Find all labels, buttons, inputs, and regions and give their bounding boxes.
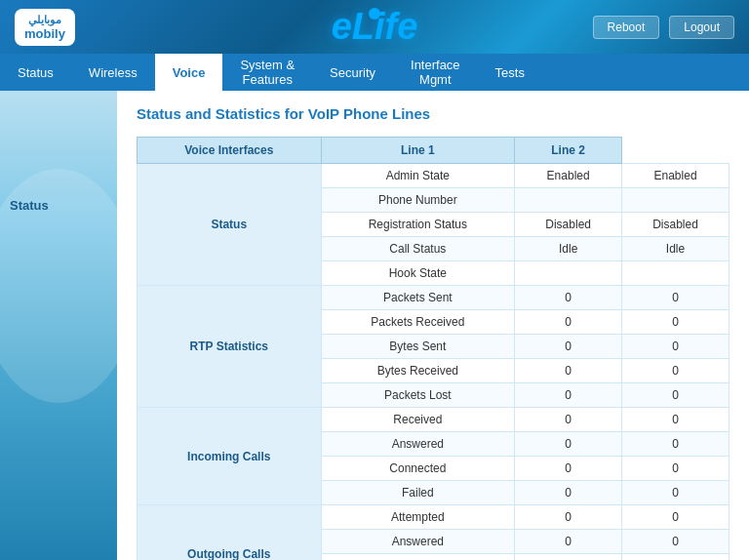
sidebar-item-status[interactable]: Status bbox=[10, 198, 107, 213]
col-header-line1: Line 1 bbox=[321, 138, 515, 164]
sidebar: Status bbox=[0, 91, 117, 560]
nav-item-system[interactable]: System &Features bbox=[222, 54, 312, 91]
line2-value: Disabled bbox=[622, 213, 729, 237]
line2-value: 0 bbox=[622, 505, 729, 530]
line2-value: 0 bbox=[622, 359, 729, 383]
reboot-button[interactable]: Reboot bbox=[593, 16, 660, 39]
page-title: Status and Statistics for VoIP Phone Lin… bbox=[137, 105, 729, 122]
logo-box: موبايلي mobily bbox=[15, 9, 75, 46]
line2-value: Enabled bbox=[622, 164, 729, 188]
nav-item-status[interactable]: Status bbox=[0, 54, 71, 91]
line2-value: 0 bbox=[622, 457, 729, 481]
line1-value: 0 bbox=[515, 481, 622, 505]
line1-value: 0 bbox=[515, 286, 622, 310]
line2-value bbox=[622, 188, 729, 213]
stats-table: Voice Interfaces Line 1 Line 2 StatusAdm… bbox=[137, 137, 729, 560]
line2-value: 0 bbox=[622, 408, 729, 432]
logo-arabic: موبايلي bbox=[28, 14, 61, 26]
nav-item-voice[interactable]: Voice bbox=[155, 54, 223, 91]
row-label: Answered bbox=[321, 432, 515, 457]
line1-value: 0 bbox=[515, 310, 622, 335]
table-row: Incoming CallsReceived00 bbox=[138, 408, 729, 432]
logout-button[interactable]: Logout bbox=[669, 16, 734, 39]
table-row: RTP StatisticsPackets Sent00 bbox=[138, 286, 729, 310]
line1-value: 0 bbox=[515, 432, 622, 457]
section-label: Status bbox=[138, 164, 322, 286]
row-label: Call Status bbox=[321, 237, 515, 261]
row-label: Phone Number bbox=[321, 188, 515, 213]
nav-item-wireless[interactable]: Wireless bbox=[71, 54, 155, 91]
line1-value: 0 bbox=[515, 335, 622, 359]
main-layout: Status Status and Statistics for VoIP Ph… bbox=[0, 91, 749, 560]
table-row: StatusAdmin StateEnabledEnabled bbox=[138, 164, 729, 188]
row-label: Failed bbox=[321, 481, 515, 505]
col-header-line2: Line 2 bbox=[515, 138, 622, 164]
row-label: Packets Lost bbox=[321, 383, 515, 408]
row-label: Admin State bbox=[321, 164, 515, 188]
header: موبايلي mobily eLife Reboot Logout bbox=[0, 0, 749, 54]
table-row: Outgoing CallsAttempted00 bbox=[138, 505, 729, 530]
section-label: Incoming Calls bbox=[138, 408, 322, 505]
row-label: Attempted bbox=[321, 505, 515, 530]
logo-area: موبايلي mobily bbox=[15, 9, 75, 46]
nav-item-security[interactable]: Security bbox=[312, 54, 393, 91]
line1-value: 0 bbox=[515, 554, 622, 561]
header-buttons: Reboot Logout bbox=[593, 16, 734, 39]
line2-value: 0 bbox=[622, 530, 729, 554]
brand-name: eLife bbox=[332, 6, 418, 48]
line1-value: 0 bbox=[515, 530, 622, 554]
row-label: Connected bbox=[321, 457, 515, 481]
line2-value: 0 bbox=[622, 383, 729, 408]
row-label: Registration Status bbox=[321, 213, 515, 237]
line1-value: Enabled bbox=[515, 164, 622, 188]
line2-value: 0 bbox=[622, 310, 729, 335]
line1-value: Idle bbox=[515, 237, 622, 261]
row-label: Connected bbox=[321, 554, 515, 561]
line1-value: 0 bbox=[515, 408, 622, 432]
row-label: Packets Sent bbox=[321, 286, 515, 310]
line1-value: 0 bbox=[515, 359, 622, 383]
line2-value: 0 bbox=[622, 554, 729, 561]
line2-value: 0 bbox=[622, 286, 729, 310]
row-label: Bytes Received bbox=[321, 359, 515, 383]
content-area: Status and Statistics for VoIP Phone Lin… bbox=[117, 91, 749, 560]
col-header-interfaces: Voice Interfaces bbox=[138, 138, 322, 164]
row-label: Received bbox=[321, 408, 515, 432]
nav-item-interface[interactable]: InterfaceMgmt bbox=[393, 54, 478, 91]
line2-value: 0 bbox=[622, 481, 729, 505]
row-label: Hook State bbox=[321, 261, 515, 286]
section-label: RTP Statistics bbox=[138, 286, 322, 408]
main-nav: Status Wireless Voice System &Features S… bbox=[0, 54, 749, 91]
line1-value: 0 bbox=[515, 383, 622, 408]
line1-value: 0 bbox=[515, 505, 622, 530]
row-label: Bytes Sent bbox=[321, 335, 515, 359]
nav-item-tests[interactable]: Tests bbox=[478, 54, 542, 91]
line1-value bbox=[515, 188, 622, 213]
line2-value: 0 bbox=[622, 335, 729, 359]
logo-mobily: mobily bbox=[24, 26, 65, 41]
row-label: Answered bbox=[321, 530, 515, 554]
line1-value bbox=[515, 261, 622, 286]
line1-value: Disabled bbox=[515, 213, 622, 237]
line2-value: Idle bbox=[622, 237, 729, 261]
line1-value: 0 bbox=[515, 457, 622, 481]
line2-value bbox=[622, 261, 729, 286]
line2-value: 0 bbox=[622, 432, 729, 457]
row-label: Packets Received bbox=[321, 310, 515, 335]
section-label: Outgoing Calls bbox=[138, 505, 322, 561]
